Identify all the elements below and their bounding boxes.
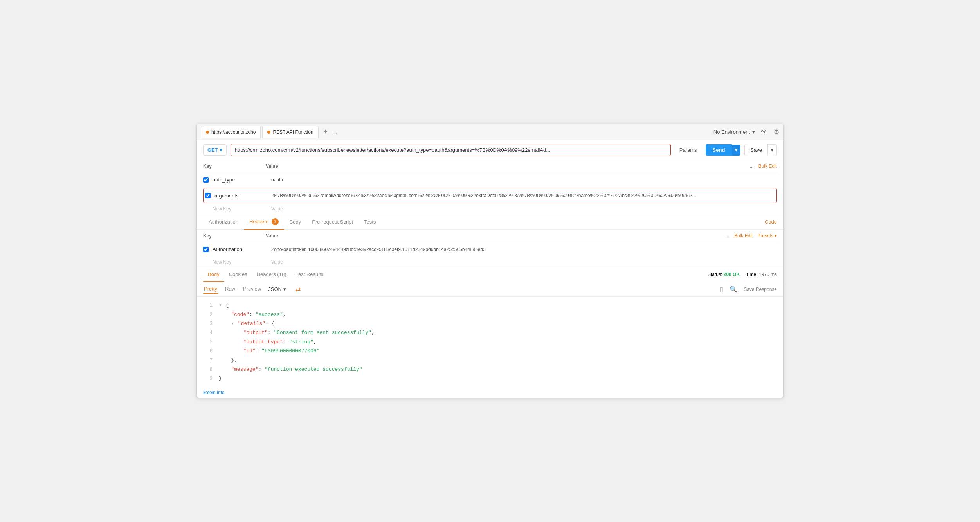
params-more-button[interactable]: ...	[750, 163, 754, 169]
json-line-7: 7 },	[203, 356, 777, 365]
response-cookies-label: Cookies	[229, 271, 247, 277]
tab-pre-request-label: Pre-request Script	[312, 219, 353, 225]
collapse-3[interactable]: ▾	[231, 321, 234, 326]
response-headers-label: Headers (18)	[257, 271, 286, 277]
top-right: No Environment ▾ 👁 ⚙	[713, 128, 779, 136]
json-line-9: 9 }	[203, 374, 777, 383]
response-tab-cookies[interactable]: Cookies	[224, 267, 252, 282]
params-actions: ... Bulk Edit	[750, 163, 777, 169]
tab-pre-request-script[interactable]: Pre-request Script	[306, 215, 358, 230]
param-checkbox-auth-type[interactable]	[203, 177, 209, 183]
send-button[interactable]: Send	[706, 144, 732, 156]
format-actions: ▯ 🔍 Save Response	[720, 285, 777, 293]
json-line-3: 3 ▾ "details": {	[203, 319, 777, 328]
line-content-1: ▾ {	[219, 301, 229, 310]
time-value: 1970 ms	[759, 272, 777, 277]
response-tab-test-results[interactable]: Test Results	[291, 267, 328, 282]
format-tab-preview[interactable]: Preview	[242, 284, 262, 294]
param-value-auth-type[interactable]: oauth	[271, 177, 777, 183]
method-selector[interactable]: GET ▾	[203, 144, 227, 156]
tab-body-label: Body	[290, 219, 301, 225]
headers-table-header: Key Value ... Bulk Edit Presets ▾	[203, 230, 777, 242]
tab-headers-label: Headers	[249, 219, 268, 224]
save-dropdown-button[interactable]: ▾	[768, 144, 777, 156]
param-new-key[interactable]: New Key	[213, 206, 271, 212]
line-num-4: 4	[203, 328, 213, 337]
format-type-selector[interactable]: JSON ▾	[268, 286, 286, 292]
params-bulk-edit-button[interactable]: Bulk Edit	[758, 163, 777, 169]
headers-more-button[interactable]: ...	[726, 233, 730, 239]
url-input[interactable]	[231, 144, 671, 156]
tab-authorization[interactable]: Authorization	[203, 215, 244, 230]
param-key-arguments[interactable]: arguments	[214, 193, 273, 199]
param-checkbox-arguments[interactable]	[205, 193, 211, 198]
format-bar: Pretty Raw Preview JSON ▾ ⇄ ▯ 🔍 Save Res…	[197, 282, 783, 297]
header-new-value[interactable]: Value	[271, 259, 777, 265]
tab-accounts-zoho[interactable]: https://accounts.zoho	[201, 126, 261, 138]
send-dropdown-button[interactable]: ▾	[732, 145, 740, 156]
response-tab-body[interactable]: Body	[203, 267, 224, 282]
status-label: Status: 200 OK	[708, 272, 740, 277]
environment-selector[interactable]: No Environment ▾	[713, 129, 755, 135]
tab-label-2: REST API Function	[273, 129, 313, 135]
header-value-authorization[interactable]: Zoho-oauthtoken 1000.8607494449c8bc1e392…	[271, 247, 777, 252]
tab-headers[interactable]: Headers 1	[244, 214, 284, 230]
json-line-2: 2 "code": "success",	[203, 310, 777, 319]
headers-key-header: Key	[203, 233, 266, 239]
header-checkbox-authorization[interactable]	[203, 247, 209, 252]
line-content-8: "message": "function executed successful…	[219, 365, 362, 374]
headers-bulk-edit-button[interactable]: Bulk Edit	[734, 233, 753, 239]
gear-icon[interactable]: ⚙	[774, 128, 779, 136]
params-value-header: Value	[266, 163, 750, 169]
line-content-5: "output_type": "string",	[219, 337, 317, 346]
collapse-1[interactable]: ▾	[219, 302, 222, 308]
code-link[interactable]: Code	[765, 219, 777, 225]
json-line-4: 4 "output": "Consent form sent successfu…	[203, 328, 777, 337]
json-line-8: 8 "message": "function executed successf…	[203, 365, 777, 374]
response-test-results-label: Test Results	[295, 271, 323, 277]
header-new-row: New Key Value	[203, 257, 777, 267]
line-content-2: "code": "success",	[219, 310, 286, 319]
status-value: 200 OK	[724, 272, 740, 277]
new-tab-button[interactable]: +	[320, 127, 331, 138]
line-num-5: 5	[203, 337, 213, 346]
presets-label: Presets	[757, 233, 773, 239]
line-content-3: ▾ "details": {	[219, 319, 275, 328]
copy-icon[interactable]: ▯	[720, 285, 723, 293]
params-section: Key Value ... Bulk Edit auth_type oauth …	[197, 160, 783, 214]
save-button[interactable]: Save	[744, 144, 768, 156]
eye-icon[interactable]: 👁	[761, 129, 767, 136]
status-label-text: Status:	[708, 272, 722, 277]
line-num-1: 1	[203, 301, 213, 310]
header-row-authorization: Authorization Zoho-oauthtoken 1000.86074…	[203, 242, 777, 257]
env-chevron: ▾	[752, 129, 755, 135]
header-new-key[interactable]: New Key	[213, 259, 271, 265]
header-key-authorization[interactable]: Authorization	[213, 246, 271, 252]
tab-bar: https://accounts.zoho REST API Function …	[197, 124, 783, 140]
line-content-4: "output": "Consent form sent successfull…	[219, 328, 375, 337]
response-tab-headers[interactable]: Headers (18)	[252, 267, 291, 282]
format-tab-raw[interactable]: Raw	[224, 284, 236, 294]
tab-dot-2	[267, 131, 270, 134]
tab-more-button[interactable]: ...	[333, 129, 337, 135]
send-group: Send ▾	[706, 144, 741, 156]
footer-link[interactable]: kofein.info	[203, 390, 225, 395]
headers-badge: 1	[272, 218, 279, 225]
line-num-7: 7	[203, 356, 213, 365]
tab-tests-label: Tests	[364, 219, 376, 225]
format-tab-pretty[interactable]: Pretty	[203, 284, 218, 294]
param-new-row: New Key Value	[203, 204, 777, 214]
tab-tests[interactable]: Tests	[358, 215, 381, 230]
tab-body[interactable]: Body	[284, 215, 307, 230]
search-icon[interactable]: 🔍	[730, 285, 737, 293]
param-value-arguments[interactable]: %7B%0D%0A%09%22emailAddress%22%3A%22abc%…	[273, 193, 775, 198]
param-key-auth-type[interactable]: auth_type	[213, 177, 271, 183]
save-response-button[interactable]: Save Response	[744, 287, 777, 292]
headers-presets-button[interactable]: Presets ▾	[757, 233, 777, 239]
param-new-value[interactable]: Value	[271, 206, 777, 212]
line-num-6: 6	[203, 346, 213, 355]
params-button[interactable]: Params	[675, 144, 702, 156]
tab-rest-api[interactable]: REST API Function	[262, 126, 318, 138]
response-tabs-row: Body Cookies Headers (18) Test Results S…	[197, 267, 783, 282]
wrap-icon[interactable]: ⇄	[295, 285, 301, 293]
